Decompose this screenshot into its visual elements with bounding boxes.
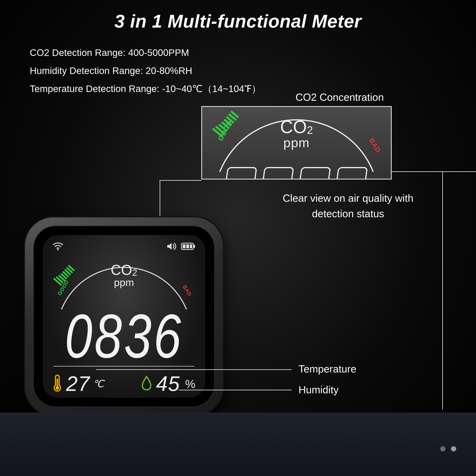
co2-text: CO bbox=[111, 262, 132, 278]
co2-unit: ppm bbox=[202, 135, 391, 150]
spec-list: CO2 Detection Range: 400-5000PPM Humidit… bbox=[30, 44, 261, 98]
spec-hum: Humidity Detection Range: 20-80%RH bbox=[30, 62, 261, 80]
bottom-readings: 27 ℃ 45 % bbox=[52, 372, 195, 396]
humidity-reading: 45 bbox=[156, 372, 180, 396]
co2-callout-caption: Clear view on air quality with detection… bbox=[269, 190, 427, 221]
temperature-unit: ℃ bbox=[93, 378, 104, 390]
gauge-co2-label: CO2 ppm bbox=[43, 262, 205, 288]
co2-subscript: 2 bbox=[132, 267, 137, 278]
humidity-unit: % bbox=[185, 377, 195, 391]
page-title: 3 in 1 Multi-functional Meter bbox=[0, 11, 476, 32]
svg-rect-4 bbox=[186, 244, 189, 248]
co2-callout-title: CO2 Concentration bbox=[295, 91, 384, 103]
gauge-co2-label: CO2 ppm bbox=[202, 117, 391, 150]
divider-line bbox=[53, 366, 194, 367]
device-screen: GOOD BAD CO2 ppm 0836 27 ℃ 45 bbox=[43, 235, 205, 398]
gauge-digit-segments-icon bbox=[202, 167, 391, 180]
device-bezel: GOOD BAD CO2 ppm 0836 27 ℃ 45 bbox=[34, 226, 214, 407]
spec-co2: CO2 Detection Range: 400-5000PPM bbox=[30, 44, 261, 62]
wifi-icon bbox=[52, 242, 63, 251]
humidity-callout-label: Humidity bbox=[299, 384, 339, 396]
svg-point-0 bbox=[57, 249, 58, 250]
connector-line bbox=[96, 369, 249, 370]
connector-line bbox=[249, 390, 291, 390]
pagination-dots bbox=[440, 446, 456, 451]
connector-line bbox=[392, 171, 476, 172]
svg-rect-5 bbox=[190, 244, 192, 248]
temperature-reading: 27 bbox=[66, 372, 90, 396]
thermometer-icon bbox=[52, 374, 62, 393]
co2-zoom-panel: GOOD BAD CO2 ppm bbox=[201, 106, 392, 180]
dot-icon bbox=[451, 446, 456, 451]
svg-rect-3 bbox=[183, 244, 186, 248]
speaker-icon bbox=[166, 242, 177, 252]
svg-rect-2 bbox=[194, 245, 195, 248]
connector-line bbox=[442, 171, 443, 409]
connector-line bbox=[160, 180, 201, 181]
dot-icon bbox=[440, 446, 445, 451]
droplet-icon bbox=[141, 376, 152, 392]
connector-line bbox=[249, 369, 291, 370]
co2-reading: 0836 bbox=[43, 301, 205, 372]
connector-line bbox=[178, 390, 249, 390]
battery-icon bbox=[181, 243, 195, 251]
co2-unit: ppm bbox=[43, 276, 205, 288]
co2-text: CO bbox=[280, 117, 307, 137]
temperature-callout-label: Temperature bbox=[299, 363, 357, 375]
svg-rect-7 bbox=[57, 379, 58, 387]
table-surface bbox=[0, 412, 476, 476]
device-body: GOOD BAD CO2 ppm 0836 27 ℃ 45 bbox=[24, 216, 224, 416]
spec-temp: Temperature Detection Range: -10~40℃（14~… bbox=[30, 80, 261, 98]
status-bar bbox=[52, 242, 195, 252]
co2-subscript: 2 bbox=[307, 124, 313, 136]
